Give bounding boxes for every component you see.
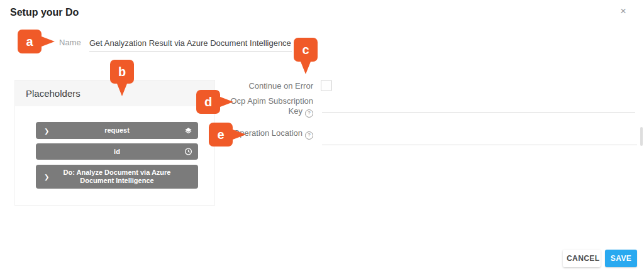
scrollbar-thumb[interactable]: [640, 127, 643, 146]
callout-badge-d: d: [196, 90, 220, 114]
callout-badge-e: e: [209, 123, 233, 147]
placeholder-chip-label: request: [104, 126, 130, 135]
help-icon[interactable]: ?: [305, 109, 313, 118]
chevron-right-icon[interactable]: ❯: [44, 126, 49, 135]
placeholder-chip-id[interactable]: id: [36, 143, 198, 160]
placeholder-chip-request[interactable]: ❯ request: [36, 122, 198, 139]
cancel-button[interactable]: CANCEL: [563, 250, 601, 267]
ocp-apim-subscription-key-input[interactable]: [322, 99, 635, 113]
dialog-title: Setup your Do: [10, 7, 79, 18]
close-icon[interactable]: ×: [620, 6, 626, 16]
placeholder-chip-label: id: [114, 148, 120, 156]
placeholder-chip-do-analyze[interactable]: ❯ Do: Analyze Document via Azure Documen…: [36, 165, 198, 189]
layers-icon: [184, 126, 192, 135]
ocp-apim-subscription-key-label: Ocp Apim Subscription Key?: [225, 96, 313, 118]
name-field-label: Name: [59, 38, 81, 47]
save-button[interactable]: SAVE: [605, 250, 637, 267]
name-input[interactable]: [89, 36, 292, 52]
placeholders-panel: Placeholders ❯ request id ❯ Do: Analyze …: [14, 80, 215, 206]
help-icon[interactable]: ?: [305, 131, 313, 140]
callout-badge-c: c: [294, 38, 318, 62]
callout-badge-b: b: [110, 60, 134, 84]
continue-on-error-label: Continue on Error: [225, 81, 313, 91]
chevron-right-icon[interactable]: ❯: [44, 173, 49, 181]
callout-badge-a: a: [18, 30, 42, 53]
clock-icon: [184, 148, 192, 156]
placeholder-chip-label: Do: Analyze Document via Azure Document …: [52, 169, 182, 185]
continue-on-error-checkbox[interactable]: [321, 80, 332, 91]
setup-do-dialog: Setup your Do × Name Placeholders ❯ requ…: [0, 0, 644, 271]
placeholders-panel-title: Placeholders: [26, 88, 80, 99]
operation-location-input[interactable]: [322, 132, 637, 145]
ocp-apim-subscription-key-label-text: Ocp Apim Subscription Key: [230, 96, 313, 116]
